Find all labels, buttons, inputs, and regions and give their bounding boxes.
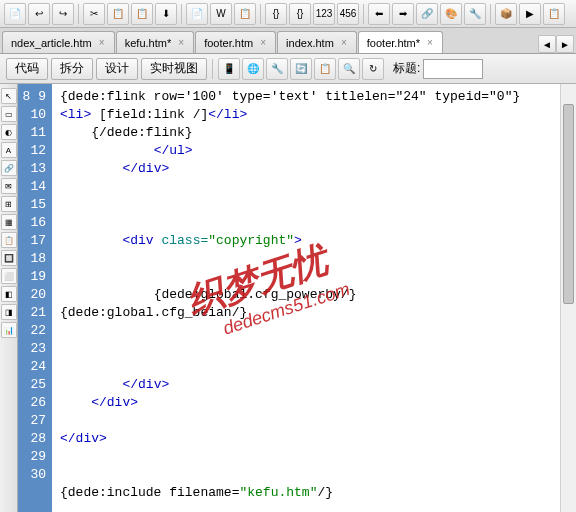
- tab-label: kefu.htm*: [125, 37, 171, 49]
- line-gutter: 8 9 10 11 12 13 14 15 16 17 18 19 20 21 …: [18, 84, 52, 512]
- palette-tool-5[interactable]: ✉: [1, 178, 17, 194]
- toolbar-button-18[interactable]: 🔧: [464, 3, 486, 25]
- toolbar-button-4[interactable]: 📋: [107, 3, 129, 25]
- toolbar-button-7[interactable]: 📄: [186, 3, 208, 25]
- tab-label: index.htm: [286, 37, 334, 49]
- toolbar-button-19[interactable]: 📦: [495, 3, 517, 25]
- toolbar-button-2[interactable]: ↪: [52, 3, 74, 25]
- tab-1[interactable]: kefu.htm*×: [116, 31, 194, 53]
- code-line[interactable]: [60, 466, 576, 484]
- sub-toolbar-button-4[interactable]: 📋: [314, 58, 336, 80]
- palette-tool-1[interactable]: ▭: [1, 106, 17, 122]
- tab-2[interactable]: footer.htm×: [195, 31, 276, 53]
- toolbar-button-10[interactable]: {}: [265, 3, 287, 25]
- sub-toolbar-button-2[interactable]: 🔧: [266, 58, 288, 80]
- code-line[interactable]: [60, 268, 576, 286]
- document-tabs: ndex_article.htm×kefu.htm*×footer.htm×in…: [0, 28, 576, 54]
- tab-label: footer.htm*: [367, 37, 420, 49]
- palette-tool-11[interactable]: ◧: [1, 286, 17, 302]
- close-icon[interactable]: ×: [424, 37, 436, 49]
- toolbar-button-21[interactable]: 📋: [543, 3, 565, 25]
- tab-label: ndex_article.htm: [11, 37, 92, 49]
- toolbar-button-1[interactable]: ↩: [28, 3, 50, 25]
- live-view-button[interactable]: 实时视图: [141, 58, 207, 80]
- sub-toolbar-button-6[interactable]: ↻: [362, 58, 384, 80]
- toolbar-button-16[interactable]: 🔗: [416, 3, 438, 25]
- code-line[interactable]: [60, 448, 576, 466]
- palette-tool-4[interactable]: 🔗: [1, 160, 17, 176]
- toolbar-button-17[interactable]: 🎨: [440, 3, 462, 25]
- palette-tool-9[interactable]: 🔲: [1, 250, 17, 266]
- code-line[interactable]: [60, 178, 576, 196]
- close-icon[interactable]: ×: [338, 37, 350, 49]
- palette-tool-0[interactable]: ↖: [1, 88, 17, 104]
- sub-toolbar-button-3[interactable]: 🔄: [290, 58, 312, 80]
- code-line[interactable]: {/dede:flink}: [60, 124, 576, 142]
- code-line[interactable]: </div>: [60, 160, 576, 178]
- toolbar-button-11[interactable]: {}: [289, 3, 311, 25]
- close-icon[interactable]: ×: [175, 37, 187, 49]
- toolbar-button-0[interactable]: 📄: [4, 3, 26, 25]
- toolbar-button-20[interactable]: ▶: [519, 3, 541, 25]
- palette-tool-2[interactable]: ◐: [1, 124, 17, 140]
- code-line[interactable]: </div>: [60, 394, 576, 412]
- view-toolbar: 代码 拆分 设计 实时视图 📱🌐🔧🔄📋🔍↻ 标题:: [0, 54, 576, 84]
- sub-toolbar-button-0[interactable]: 📱: [218, 58, 240, 80]
- palette-tool-12[interactable]: ◨: [1, 304, 17, 320]
- code-line[interactable]: {dede:include filename="kefu.htm"/}: [60, 484, 576, 502]
- code-line[interactable]: {dede:flink row='100' type='text' titlel…: [60, 88, 576, 106]
- close-icon[interactable]: ×: [96, 37, 108, 49]
- title-input[interactable]: [423, 59, 483, 79]
- toolbar-button-5[interactable]: 📋: [131, 3, 153, 25]
- vertical-scrollbar[interactable]: [560, 84, 576, 512]
- code-line[interactable]: [60, 340, 576, 358]
- tab-scroller: ◄ ►: [538, 35, 574, 53]
- palette-tool-6[interactable]: ⊞: [1, 196, 17, 212]
- tool-palette: ↖▭◐A🔗✉⊞▦📋🔲⬜◧◨📊: [0, 84, 18, 512]
- code-line[interactable]: </div>: [60, 430, 576, 448]
- split-view-button[interactable]: 拆分: [51, 58, 93, 80]
- code-line[interactable]: [60, 196, 576, 214]
- tab-0[interactable]: ndex_article.htm×: [2, 31, 115, 53]
- toolbar-button-6[interactable]: ⬇: [155, 3, 177, 25]
- toolbar-button-3[interactable]: ✂: [83, 3, 105, 25]
- tab-label: footer.htm: [204, 37, 253, 49]
- design-view-button[interactable]: 设计: [96, 58, 138, 80]
- palette-tool-13[interactable]: 📊: [1, 322, 17, 338]
- toolbar-button-9[interactable]: 📋: [234, 3, 256, 25]
- tab-4[interactable]: footer.htm*×: [358, 31, 443, 53]
- code-editor[interactable]: {dede:flink row='100' type='text' titlel…: [52, 84, 576, 512]
- tab-scroll-right-icon[interactable]: ►: [556, 35, 574, 53]
- code-line[interactable]: <div class="copyright">: [60, 232, 576, 250]
- code-line[interactable]: [60, 412, 576, 430]
- code-line[interactable]: [60, 214, 576, 232]
- code-line[interactable]: {dede:global.cfg_powerby/}: [60, 286, 576, 304]
- palette-tool-8[interactable]: 📋: [1, 232, 17, 248]
- sub-toolbar-button-5[interactable]: 🔍: [338, 58, 360, 80]
- workspace: ↖▭◐A🔗✉⊞▦📋🔲⬜◧◨📊 8 9 10 11 12 13 14 15 16 …: [0, 84, 576, 512]
- toolbar-button-8[interactable]: W: [210, 3, 232, 25]
- code-line[interactable]: </ul>: [60, 142, 576, 160]
- tab-scroll-left-icon[interactable]: ◄: [538, 35, 556, 53]
- code-line[interactable]: </div>: [60, 376, 576, 394]
- close-icon[interactable]: ×: [257, 37, 269, 49]
- scrollbar-thumb[interactable]: [563, 104, 574, 304]
- palette-tool-10[interactable]: ⬜: [1, 268, 17, 284]
- toolbar-button-15[interactable]: ➡: [392, 3, 414, 25]
- tab-3[interactable]: index.htm×: [277, 31, 357, 53]
- code-line[interactable]: <li> [field:link /]</li>: [60, 106, 576, 124]
- main-toolbar: 📄↩↪✂📋📋⬇📄W📋{}{}123456⬅➡🔗🎨🔧📦▶📋: [0, 0, 576, 28]
- toolbar-button-13[interactable]: 456: [337, 3, 359, 25]
- code-line[interactable]: {dede:global.cfg_beian/}: [60, 304, 576, 322]
- code-line[interactable]: [60, 358, 576, 376]
- sub-toolbar-button-1[interactable]: 🌐: [242, 58, 264, 80]
- palette-tool-3[interactable]: A: [1, 142, 17, 158]
- code-view-button[interactable]: 代码: [6, 58, 48, 80]
- toolbar-button-12[interactable]: 123: [313, 3, 335, 25]
- palette-tool-7[interactable]: ▦: [1, 214, 17, 230]
- title-label: 标题:: [393, 60, 420, 77]
- code-line[interactable]: [60, 250, 576, 268]
- toolbar-button-14[interactable]: ⬅: [368, 3, 390, 25]
